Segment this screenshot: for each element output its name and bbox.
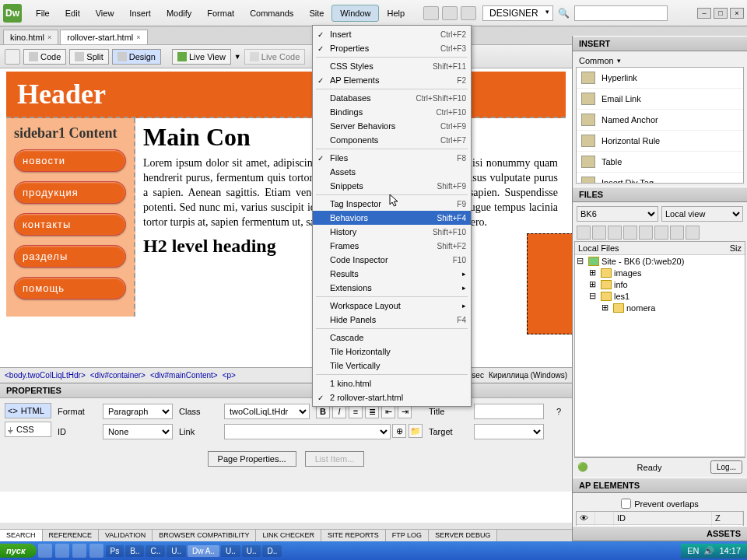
tag-crumb[interactable]: <p> [223,371,236,380]
menu-item-files[interactable]: FilesF8 [313,151,471,165]
taskbar-item[interactable]: C.. [146,545,165,557]
clock[interactable]: 14:17 [719,546,741,555]
ap-elements-header[interactable]: AP ELEMENTS [573,478,747,493]
taskbar-item[interactable]: U.. [167,545,186,557]
expand-icon[interactable] [686,226,700,240]
menu-commands[interactable]: Commands [242,5,301,21]
menu-item-workspace-layout[interactable]: Workspace Layout [313,299,471,313]
taskbar-item[interactable]: U.. [242,545,261,557]
related-files-icon[interactable] [5,49,20,65]
lang-indicator[interactable]: EN [687,546,699,555]
taskbar-item[interactable]: Dw A.. [188,545,219,557]
menu-item-window-1[interactable]: 1 kino.html [313,376,471,390]
checkout-icon[interactable] [639,226,653,240]
nav-button[interactable]: помощь [14,277,126,299]
menu-item-history[interactable]: HistoryShift+F10 [313,225,471,239]
encoding[interactable]: Кириллица (Windows) [489,371,567,380]
close-tab-icon[interactable]: × [47,33,51,41]
menu-item-bindings[interactable]: BindingsCtrl+F10 [313,105,471,119]
menu-file[interactable]: File [28,5,58,21]
menu-item-frames[interactable]: FramesShift+F2 [313,239,471,253]
insert-item-hyperlink[interactable]: Hyperlink [577,68,743,89]
browse-icon[interactable]: 📁 [409,424,423,438]
menu-item-server-behaviors[interactable]: Server BehaviorsCtrl+F9 [313,119,471,133]
taskbar-item[interactable]: B.. [125,545,144,557]
nav-button[interactable]: разделы [14,245,126,268]
id-select[interactable]: None [103,424,173,439]
menu-item-databases[interactable]: DatabasesCtrl+Shift+F10 [313,91,471,105]
split-view-button[interactable]: Split [69,49,108,65]
target-select[interactable] [474,424,544,439]
insert-item-table[interactable]: Table [577,152,743,173]
menu-item-snippets[interactable]: SnippetsShift+F9 [313,179,471,193]
log-button[interactable]: Log... [710,460,742,474]
menu-item-behaviors[interactable]: BehaviorsShift+F4 [313,211,471,225]
close-button[interactable]: × [730,8,744,19]
design-view-button[interactable]: Design [112,49,161,65]
taskbar-item[interactable]: D.. [262,545,282,557]
results-tab[interactable]: VALIDATION [99,530,153,541]
assets-tab[interactable]: ASSETS [573,526,747,541]
results-tab[interactable]: REFERENCE [43,530,100,541]
menu-item-assets[interactable]: Assets [313,165,471,179]
properties-header[interactable]: PROPERTIES [0,383,572,398]
results-tab[interactable]: FTP LOG [386,530,429,541]
point-to-file-icon[interactable]: ⊕ [392,424,406,438]
doc-tab[interactable]: rollover-start.html× [60,30,147,44]
minimize-button[interactable]: – [697,8,711,19]
html-mode-button[interactable]: <> HTML [5,403,51,418]
insert-item-email[interactable]: Email Link [577,89,743,110]
menu-modify[interactable]: Modify [159,5,199,21]
site-select[interactable]: BK6 [577,206,658,222]
menu-item-insert[interactable]: InsertCtrl+F2 [313,27,471,41]
get-icon[interactable] [608,226,622,240]
extend-icon[interactable] [442,6,458,20]
menu-insert[interactable]: Insert [121,5,159,21]
code-view-button[interactable]: Code [23,49,66,65]
layout-icon[interactable] [423,6,439,20]
page-properties-button[interactable]: Page Properties... [208,451,296,467]
results-tab[interactable]: SITE REPORTS [321,530,386,541]
sync-icon[interactable] [670,226,684,240]
ap-element[interactable] [527,233,572,334]
results-tab[interactable]: BROWSER COMPATIBILITY [153,530,256,541]
insert-item-hr[interactable]: Horizontal Rule [577,131,743,152]
view-select[interactable]: Local view [661,206,743,222]
menu-item-cascade[interactable]: Cascade [313,331,471,345]
nav-button[interactable]: контакты [14,213,126,236]
menu-item-ap-elements[interactable]: AP ElementsF2 [313,73,471,87]
insert-item-anchor[interactable]: Named Anchor [577,110,743,131]
taskbar-item[interactable]: Ps [106,545,124,557]
quicklaunch-icon[interactable] [38,544,52,558]
menu-item-results[interactable]: Results [313,267,471,281]
results-tab[interactable]: SEARCH [0,530,43,541]
menu-item-code-inspector[interactable]: Code InspectorF10 [313,253,471,267]
nav-button[interactable]: новости [14,149,126,172]
results-tab[interactable]: SERVER DEBUG [429,530,497,541]
link-select[interactable] [224,424,391,439]
results-tab[interactable]: LINK CHECKER [256,530,321,541]
site-icon[interactable] [461,6,476,20]
doc-tab[interactable]: kino.html× [3,30,58,44]
tag-crumb[interactable]: <body.twoColLiqLtHdr> [5,371,86,380]
insert-panel-header[interactable]: INSERT [573,36,747,51]
menu-item-tile-h[interactable]: Tile Horizontally [313,345,471,359]
start-button[interactable]: пуск [0,544,37,558]
tag-crumb[interactable]: <div#container> [90,371,146,380]
workspace-selector[interactable]: DESIGNER [482,5,553,21]
files-panel-header[interactable]: FILES [573,187,747,202]
tray-icon[interactable]: 🔊 [703,546,714,556]
menu-item-properties[interactable]: PropertiesCtrl+F3 [313,41,471,55]
help-icon[interactable]: ? [550,407,567,416]
close-tab-icon[interactable]: × [136,33,140,41]
menu-view[interactable]: View [88,5,122,21]
menu-item-hide-panels[interactable]: Hide PanelsF4 [313,313,471,327]
prevent-overlaps-checkbox[interactable]: Prevent overlaps [576,496,744,511]
menu-item-css-styles[interactable]: CSS StylesShift+F11 [313,59,471,73]
title-input[interactable] [474,404,544,419]
refresh-icon[interactable] [592,226,606,240]
nav-button[interactable]: продукция [14,181,126,204]
search-input[interactable] [574,5,668,21]
quicklaunch-icon[interactable] [55,544,69,558]
menu-format[interactable]: Format [199,5,242,21]
